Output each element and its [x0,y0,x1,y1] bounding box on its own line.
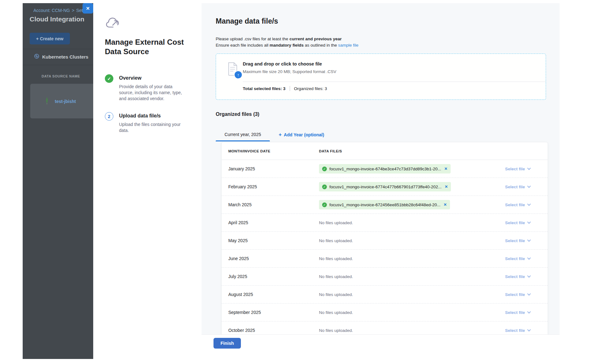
breadcrumb-separator-icon: > [72,8,74,13]
close-icon[interactable]: ✕ [83,3,93,14]
wizard-step-overview[interactable]: ✓ Overview Provide details of your data … [105,74,182,102]
finish-button[interactable]: Finish [213,338,241,349]
table-header-row: MONTH/INVOICE DATE DATA FILE/S [222,142,548,160]
dropzone-subtitle: Maximum file size 20 MB; Supported forma… [243,69,336,74]
select-file-dropdown[interactable]: Select file [477,274,530,279]
app-window: Account: CCM-NG>Set Cloud Integration + … [23,3,560,359]
dimmed-background-page: Account: CCM-NG>Set Cloud Integration + … [23,3,93,359]
select-file-dropdown[interactable]: Select file [477,202,530,207]
select-file-dropdown[interactable]: Select file [477,185,530,189]
divider [23,65,93,65]
month-label: June 2025 [228,256,319,261]
upload-document-icon: ↑ [227,62,242,80]
chevron-down-icon [527,328,531,331]
chevron-down-icon [527,256,531,259]
step-description: Provide details of your data source, inc… [119,84,182,102]
page-title: Cloud Integration [30,15,84,23]
select-file-label: Select file [505,274,525,279]
month-rows: January 2025✓focusv1_mongo-invoice-674be… [222,160,548,335]
drawer-title: Manage External Cost Data Source [105,37,185,56]
file-cell: ✓focusv1_mongo-invoice-6774c477b667901d7… [319,182,477,191]
no-files-text: No files uploaded. [319,292,353,297]
tab-kubernetes-clusters[interactable]: Kubernetes Clusters [34,54,88,60]
table-row: April 2025No files uploaded.Select file [222,214,548,232]
select-file-dropdown[interactable]: Select file [477,310,530,315]
chevron-down-icon [527,238,531,242]
external-cloud-icon [105,17,120,31]
create-new-button[interactable]: + Create new [30,33,70,44]
table-row: July 2025No files uploaded.Select file [222,268,548,286]
instruction-text: Ensure each file includes all [216,43,270,48]
select-file-label: Select file [505,202,525,207]
upload-arrow-icon: ↑ [234,71,242,79]
select-file-dropdown[interactable]: Select file [477,292,530,297]
file-dropzone[interactable]: ↑ Drag and drop or click to choose file … [216,54,546,100]
kubernetes-icon [34,54,39,60]
month-label: February 2025 [228,184,319,189]
no-files-text: No files uploaded. [319,220,353,225]
table-row: June 2025No files uploaded.Select file [222,250,548,268]
tab-kubernetes-label: Kubernetes Clusters [42,54,88,60]
column-header-month: MONTH/INVOICE DATE [228,149,319,153]
breadcrumb[interactable]: Account: CCM-NG>Set [33,8,89,13]
remove-file-icon[interactable]: ✕ [445,185,448,189]
select-file-dropdown[interactable]: Select file [477,238,530,243]
column-header-data-files: DATA FILE/S [319,149,342,153]
tab-current-year[interactable]: Current year, 2025 [216,127,270,141]
instruction-line-2: Ensure each file includes all mandatory … [216,42,560,48]
remove-file-icon[interactable]: ✕ [444,167,447,171]
active-tab-underline [216,140,270,141]
months-table: MONTH/INVOICE DATE DATA FILE/S January 2… [221,142,548,335]
upload-instructions: Please upload .csv files for at least th… [216,36,560,48]
add-year-button[interactable]: + Add Year (optional) [279,132,324,141]
table-row: May 2025No files uploaded.Select file [222,232,548,250]
month-label: March 2025 [228,202,319,207]
instruction-text: as outlined in the [304,43,338,48]
instruction-bold: current and previous year [289,37,342,41]
sample-file-link[interactable]: sample file [338,43,359,48]
chevron-down-icon [527,184,531,188]
file-success-check-icon: ✓ [322,185,327,189]
remove-file-icon[interactable]: ✕ [444,202,447,207]
select-file-label: Select file [505,292,525,297]
select-file-dropdown[interactable]: Select file [477,256,530,261]
wizard-step-upload[interactable]: 2 Upload data file/s Upload the files co… [105,112,182,134]
datasource-name-link[interactable]: test-jbisht [55,99,76,104]
drawer-main-panel: Manage data file/s Please upload .csv fi… [202,3,560,359]
step-text: Overview Provide details of your data so… [119,74,182,102]
organized-files-count: Organized files: 3 [294,86,327,91]
no-files-text: No files uploaded. [319,274,353,279]
month-label: May 2025 [228,238,319,243]
file-cell: ✓focusv1_mongo-invoice-672456ee851bbb28c… [319,200,477,209]
instruction-text: Please upload .csv files for at least th… [216,37,289,41]
chevron-down-icon [527,292,531,295]
table-row[interactable]: test-jbisht [45,97,76,106]
chevron-down-icon [527,166,531,170]
chevron-down-icon [527,274,531,277]
chevron-down-icon [527,202,531,206]
month-label: January 2025 [228,166,319,171]
step-text: Upload data file/s Upload the files cont… [119,112,182,134]
table-row: February 2025✓focusv1_mongo-invoice-6774… [222,178,548,196]
add-year-label: Add Year (optional) [284,132,324,137]
file-cell: No files uploaded. [319,274,477,279]
step-title: Upload data file/s [119,112,182,119]
column-header-data-source-name: DATA SOURCE NAME [42,74,80,78]
breadcrumb-section[interactable]: Set [76,8,83,13]
no-files-text: No files uploaded. [319,256,353,261]
breadcrumb-account[interactable]: Account: CCM-NG [33,8,70,13]
file-name: focusv1_mongo-invoice-674be3ce47c73d37dd… [329,167,441,171]
table-row: January 2025✓focusv1_mongo-invoice-674be… [222,160,548,178]
drawer-footer: Finish [202,335,560,359]
select-file-dropdown[interactable]: Select file [477,220,530,225]
month-label: September 2025 [228,310,319,315]
step-description: Upload the files containing your data. [119,122,182,134]
organized-files-heading: Organized files (3) [216,111,560,117]
select-file-dropdown[interactable]: Select file [477,167,530,171]
file-cell: ✓focusv1_mongo-invoice-674be3ce47c73d37d… [319,164,477,173]
year-tabs: Current year, 2025 + Add Year (optional) [216,127,560,141]
drawer-left-panel: Manage External Cost Data Source ✓ Overv… [93,3,202,359]
total-selected-files: Total selected files: 3 [243,86,286,91]
file-cell: No files uploaded. [319,292,477,297]
select-file-dropdown[interactable]: Select file [477,328,530,333]
